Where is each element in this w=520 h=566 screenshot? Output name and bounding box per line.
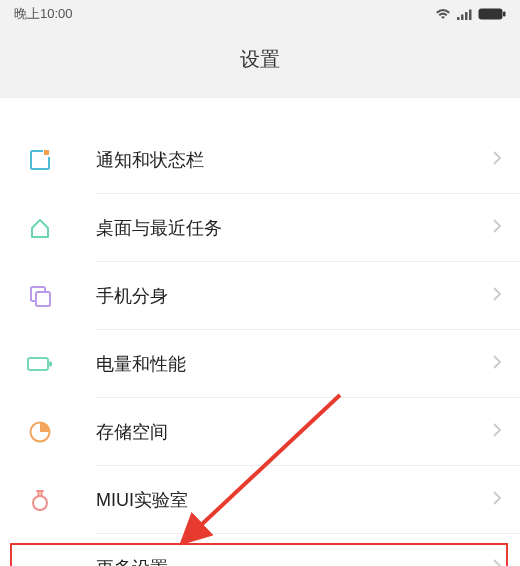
svg-point-14 [33, 496, 47, 510]
chevron-right-icon [492, 150, 502, 170]
chevron-right-icon [492, 558, 502, 566]
chevron-right-icon [492, 490, 502, 510]
spacer [0, 98, 520, 126]
chevron-right-icon [492, 422, 502, 442]
list-item-notification[interactable]: 通知和状态栏 [0, 126, 520, 194]
svg-rect-8 [44, 150, 49, 155]
settings-list: 通知和状态栏 桌面与最近任务 手机分身 电量和性能 [0, 126, 520, 566]
list-item-battery[interactable]: 电量和性能 [0, 330, 520, 398]
svg-rect-1 [461, 14, 464, 20]
signal-icon [457, 9, 472, 20]
svg-rect-2 [465, 12, 468, 20]
copy-icon [26, 282, 54, 310]
notification-icon [26, 146, 54, 174]
status-icons [435, 8, 506, 20]
svg-rect-5 [503, 12, 506, 17]
chevron-right-icon [492, 218, 502, 238]
wifi-icon [435, 8, 451, 20]
svg-rect-4 [479, 9, 503, 20]
status-bar: 晚上10:00 [0, 0, 520, 28]
item-label: 桌面与最近任务 [96, 216, 492, 240]
item-label: 更多设置 [96, 556, 492, 566]
list-item-more-settings[interactable]: 更多设置 [0, 534, 520, 566]
item-label: 存储空间 [96, 420, 492, 444]
svg-rect-12 [49, 362, 52, 367]
battery-icon [478, 8, 506, 20]
chevron-right-icon [492, 286, 502, 306]
svg-rect-10 [36, 292, 50, 306]
list-item-storage[interactable]: 存储空间 [0, 398, 520, 466]
home-icon [26, 214, 54, 242]
storage-icon [26, 418, 54, 446]
list-item-miui-lab[interactable]: MIUI实验室 [0, 466, 520, 534]
chevron-right-icon [492, 354, 502, 374]
item-label: 通知和状态栏 [96, 148, 492, 172]
status-time: 晚上10:00 [14, 5, 73, 23]
item-label: 手机分身 [96, 284, 492, 308]
more-icon [26, 554, 54, 566]
svg-rect-3 [469, 9, 472, 20]
list-item-desktop[interactable]: 桌面与最近任务 [0, 194, 520, 262]
item-label: MIUI实验室 [96, 488, 492, 512]
svg-rect-11 [28, 358, 48, 370]
flask-icon [26, 486, 54, 514]
battery-perf-icon [26, 350, 54, 378]
svg-rect-0 [457, 17, 460, 20]
list-item-second-space[interactable]: 手机分身 [0, 262, 520, 330]
item-label: 电量和性能 [96, 352, 492, 376]
page-title: 设置 [0, 28, 520, 98]
